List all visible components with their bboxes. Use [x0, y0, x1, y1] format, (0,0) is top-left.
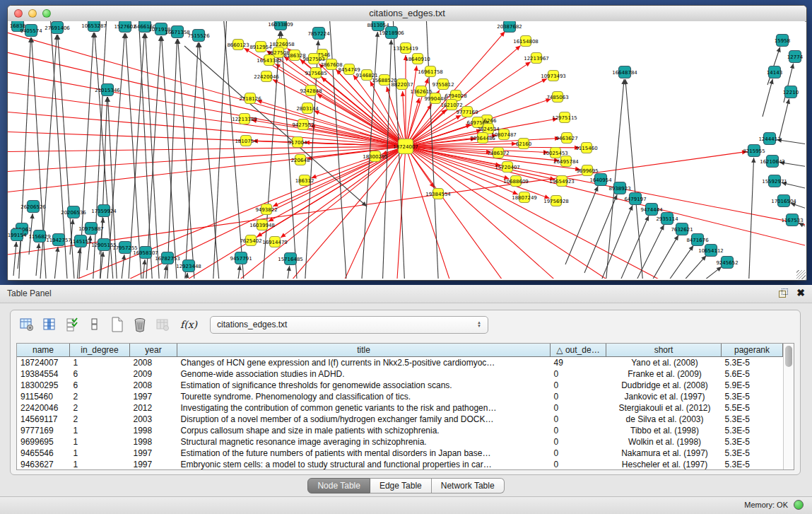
- graph-node-label: 917004: [288, 140, 307, 146]
- graph-node-label: 11942757: [46, 238, 71, 243]
- graph-node-label: 27691406: [45, 25, 70, 31]
- column-header[interactable]: name: [17, 344, 70, 357]
- graph-node-label: 7485063: [546, 95, 568, 100]
- graph-node-label: 19756928: [543, 199, 569, 204]
- graph-node-label: 16914479: [262, 240, 288, 245]
- graph-node-label: 9405574: [20, 28, 42, 34]
- show-columns-icon[interactable]: [40, 315, 59, 334]
- graph-node-label: 19218906: [379, 30, 404, 36]
- graph-node-label: 8660123: [227, 42, 249, 48]
- graph-node-label: 10975887: [78, 226, 104, 232]
- graph-node-label: 9463627: [555, 136, 577, 141]
- graph-node-label: 12210: [783, 90, 799, 95]
- graph-node-label: 14143: [767, 70, 782, 76]
- graph-node-label: 10973493: [541, 74, 566, 79]
- desktop-background: citations_edges.txt 16838940557427691406…: [0, 0, 812, 285]
- table-row[interactable]: 1830029562008Estimation of significance …: [17, 380, 783, 391]
- table-row[interactable]: 946362711997Embryonic stem cells: a mode…: [17, 459, 783, 470]
- tab-node-table[interactable]: Node Table: [307, 478, 370, 493]
- memory-indicator: [794, 500, 804, 510]
- graph-node-label: 12923448: [176, 264, 201, 269]
- graph-node-label: 9115460: [575, 146, 597, 151]
- graph-node-label: 1362615: [410, 89, 432, 95]
- column-header[interactable]: pagerank: [722, 344, 783, 357]
- table-row[interactable]: 969969511998Structural magnetic resonanc…: [17, 436, 783, 448]
- graph-node-label: 10653287: [81, 23, 107, 29]
- graph-node-label: 1244413: [758, 136, 780, 142]
- graph-node-label: 10688609: [503, 179, 529, 185]
- table-row[interactable]: 2242004622012Investigating the contribut…: [17, 402, 783, 414]
- table-scrollbar-thumb[interactable]: [785, 346, 792, 367]
- graph-node-label: 10025453: [543, 151, 568, 156]
- graph-node-label: 8454749: [338, 67, 360, 73]
- graph-node-label: 62160: [516, 141, 531, 147]
- table-row[interactable]: 1872400712008Changes of HCN gene express…: [17, 357, 783, 369]
- graph-node-label: 16033809: [268, 22, 293, 28]
- graph-node-label: 10654112: [698, 248, 724, 254]
- graph-node-label: 9827503: [302, 57, 324, 62]
- graph-node-label: 9990448: [424, 96, 446, 102]
- graph-node-label: 9175685: [305, 71, 326, 76]
- table-panel-header: Table Panel ✖: [0, 285, 812, 303]
- table-body: 1872400712008Changes of HCN gene express…: [17, 357, 783, 471]
- column-header[interactable]: △ out_de…: [551, 344, 606, 357]
- row-height-icon[interactable]: [86, 315, 104, 334]
- graph-node-label: 15720407: [495, 165, 520, 170]
- graph-node-label: 16782753: [155, 256, 180, 262]
- graph-node-label: 12213389: [232, 117, 257, 122]
- graph-node-label: 16210643: [760, 159, 785, 165]
- column-header[interactable]: in_degree: [70, 344, 130, 357]
- close-panel-icon[interactable]: ✖: [796, 288, 805, 298]
- table-panel-title: Table Panel: [7, 288, 52, 298]
- graph-node-label: 8215955: [743, 148, 765, 154]
- delete-table-icon[interactable]: [131, 315, 149, 334]
- window-resize-grip[interactable]: [796, 270, 806, 279]
- graph-node-label: 26495784: [553, 159, 579, 165]
- table-scrollbar[interactable]: [783, 344, 794, 469]
- graph-node-label: 9427552: [292, 122, 314, 128]
- table-settings-icon[interactable]: [18, 315, 36, 334]
- table-selector-dropdown[interactable]: citations_edges.txt ▲▼: [210, 316, 488, 334]
- network-window-titlebar[interactable]: citations_edges.txt: [8, 6, 806, 22]
- table-row[interactable]: 1456911722003Disruption of a novel membe…: [17, 414, 783, 425]
- network-canvas[interactable]: 1683894055742769140610653287152760264661…: [8, 21, 805, 279]
- graph-node-label: 12774: [787, 54, 804, 60]
- graph-node-label: 13325419: [393, 46, 418, 52]
- table-row[interactable]: 911546021997Tourette syndrome. Phenomeno…: [17, 391, 783, 402]
- select-rows-icon[interactable]: [63, 315, 81, 334]
- table-row[interactable]: 977716911998Corpus callosum shape and si…: [17, 425, 783, 436]
- graph-node-label: 12975115: [552, 115, 577, 121]
- table-row[interactable]: 946554611997Estimation of the future num…: [17, 448, 783, 459]
- graph-node-label: 18300295: [363, 154, 388, 160]
- table-toolbox: f(x) citations_edges.txt ▲▼ namein_degre…: [10, 310, 801, 475]
- table-tabs: Node TableEdge TableNetwork Table: [0, 478, 812, 493]
- graph-node-label: 9755812: [432, 82, 454, 88]
- table-panel: Table Panel ✖: [0, 285, 812, 514]
- graph-node-label: 9699695: [576, 168, 598, 174]
- graph-node-label: 9777169: [456, 110, 478, 115]
- tab-network-table[interactable]: Network Table: [432, 478, 505, 493]
- graph-node-label: 1621072: [440, 103, 462, 108]
- column-header[interactable]: short: [606, 344, 722, 357]
- graph-node-label: 16039948: [249, 223, 275, 228]
- network-window[interactable]: citations_edges.txt 16838940557427691406…: [7, 5, 807, 281]
- graph-node-label: 7857224: [307, 31, 330, 37]
- graph-node-label: 2935114: [656, 216, 678, 222]
- table-selector-value: citations_edges.txt: [211, 320, 473, 329]
- new-table-icon[interactable]: [108, 315, 126, 334]
- graph-node-label: 15716485: [278, 257, 303, 262]
- graph-node-label: 19654923: [549, 179, 575, 185]
- tab-edge-table[interactable]: Edge Table: [370, 478, 432, 493]
- table-row[interactable]: 1938455462009Genome-wide association stu…: [17, 368, 783, 380]
- float-panel-icon[interactable]: [779, 288, 788, 298]
- graph-node-label: 9242848: [300, 88, 322, 94]
- graph-node-label: 1527602: [114, 24, 136, 30]
- column-header[interactable]: year: [130, 344, 177, 357]
- graph-node-label: 17016504: [771, 199, 796, 204]
- graph-node-label: 1145154: [69, 239, 92, 245]
- graph-node-label: 16154808: [513, 39, 539, 45]
- graph-node-label: 7625402: [240, 238, 261, 244]
- function-builder-icon[interactable]: f(x): [180, 319, 197, 330]
- column-header[interactable]: title: [177, 344, 551, 357]
- graph-node-label: 6794028: [445, 93, 466, 99]
